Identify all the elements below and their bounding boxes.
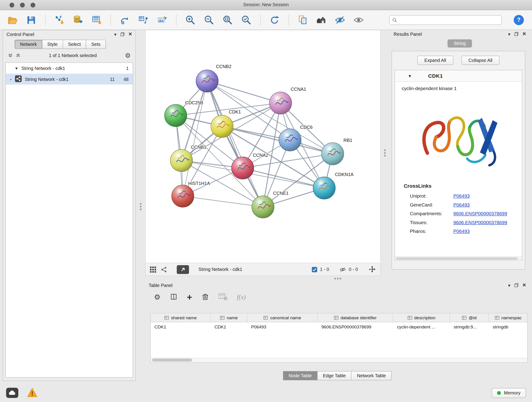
panel-menu-icon[interactable]: ▾ bbox=[508, 32, 510, 36]
collapse-all-button[interactable] bbox=[8, 53, 13, 58]
network-node-CCNE1[interactable] bbox=[252, 196, 274, 218]
memory-button[interactable]: Memory bbox=[492, 388, 526, 398]
tab-string[interactable]: String bbox=[448, 39, 472, 48]
network-node-CDC6[interactable] bbox=[279, 129, 301, 151]
network-options-gear-icon[interactable]: ⚙ bbox=[125, 51, 131, 59]
cloud-services-button[interactable] bbox=[6, 388, 18, 398]
column-header-namespace[interactable]: namespac bbox=[489, 313, 527, 322]
results-panel-header: Results Panel ▾ × bbox=[390, 30, 529, 38]
zoom-out-icon bbox=[204, 14, 215, 25]
export-image-button[interactable] bbox=[155, 12, 169, 27]
network-edge-CCNB2-CCNA1[interactable] bbox=[207, 81, 280, 103]
tissues-link[interactable]: 9606.ENSP00000378699 bbox=[453, 220, 507, 225]
panel-menu-icon[interactable]: ▾ bbox=[508, 283, 510, 287]
network-edge-CCNB2-HIST1H1A[interactable] bbox=[183, 81, 207, 196]
network-node-CCNB1[interactable] bbox=[170, 149, 192, 172]
network-node-CDKN1A[interactable] bbox=[313, 177, 335, 199]
expand-all-button[interactable] bbox=[16, 53, 21, 58]
results-scrollbar[interactable] bbox=[395, 256, 522, 260]
zoom-in-button[interactable] bbox=[183, 12, 197, 27]
network-node-HIST1H1A[interactable] bbox=[172, 185, 194, 207]
scrollbar-thumb[interactable] bbox=[152, 358, 192, 361]
expand-all-button[interactable]: Expand All bbox=[417, 56, 453, 65]
save-session-button[interactable] bbox=[24, 12, 38, 27]
panel-close-icon[interactable]: × bbox=[523, 31, 526, 36]
table-horizontal-scrollbar[interactable] bbox=[151, 358, 527, 362]
floppy-disk-icon bbox=[26, 14, 37, 25]
warnings-button[interactable] bbox=[27, 388, 37, 398]
import-table-button[interactable] bbox=[89, 12, 104, 27]
collapse-all-button[interactable]: Collapse All bbox=[461, 56, 500, 65]
network-node-CDC25B[interactable] bbox=[165, 104, 187, 127]
grid-view-button[interactable] bbox=[150, 266, 157, 273]
left-splitter-handle[interactable] bbox=[140, 203, 141, 205]
open-in-browser-button[interactable] bbox=[177, 265, 189, 274]
disclosure-triangle-icon[interactable]: ▼ bbox=[15, 66, 18, 70]
tab-network-table[interactable]: Network Table bbox=[351, 371, 392, 380]
tab-select[interactable]: Select bbox=[63, 40, 86, 49]
help-button[interactable]: ? bbox=[514, 15, 524, 25]
hidden-eye-slash-icon[interactable] bbox=[339, 266, 346, 273]
delete-column-button[interactable] bbox=[202, 293, 209, 301]
tab-edge-table[interactable]: Edge Table bbox=[317, 371, 352, 380]
uniprot-link[interactable]: P06493 bbox=[453, 193, 469, 199]
panel-float-icon[interactable] bbox=[514, 283, 519, 287]
horizontal-splitter-handle[interactable] bbox=[334, 278, 336, 279]
column-header-name[interactable]: name bbox=[211, 313, 247, 322]
selected-checkbox-icon[interactable] bbox=[312, 267, 317, 272]
column-header-database-identifier[interactable]: database identifier bbox=[317, 313, 393, 322]
compartments-link[interactable]: 9606.ENSP00000378699 bbox=[453, 211, 507, 216]
panel-close-icon[interactable]: × bbox=[523, 282, 526, 288]
column-header-shared-name[interactable]: shared name bbox=[151, 313, 211, 322]
zoom-selected-button[interactable] bbox=[239, 12, 253, 27]
function-builder-button[interactable]: f(x) bbox=[237, 293, 246, 301]
right-splitter-handle[interactable] bbox=[384, 149, 386, 151]
panel-float-icon[interactable] bbox=[514, 32, 519, 36]
navigator-button[interactable] bbox=[314, 12, 328, 27]
genecard-link[interactable]: P06493 bbox=[453, 202, 469, 207]
panel-float-icon[interactable] bbox=[120, 32, 125, 36]
tab-network[interactable]: Network bbox=[15, 40, 42, 49]
show-columns-button[interactable] bbox=[170, 293, 177, 301]
new-network-from-selection-button[interactable] bbox=[136, 12, 151, 27]
gene-card-header[interactable]: ▼ CDK1 bbox=[395, 70, 522, 82]
hide-graphics-details-button[interactable] bbox=[333, 12, 347, 27]
panel-menu-icon[interactable]: ▾ bbox=[114, 32, 116, 36]
scrollbar-thumb[interactable] bbox=[396, 257, 518, 260]
network-node-CDK1[interactable] bbox=[211, 115, 233, 138]
pharos-link[interactable]: P06493 bbox=[453, 229, 469, 234]
column-header-id[interactable]: @id bbox=[450, 313, 489, 322]
network-node-CCNA2[interactable] bbox=[231, 157, 254, 179]
network-node-CCNA1[interactable] bbox=[269, 92, 292, 114]
show-graphics-details-button[interactable] bbox=[351, 12, 366, 27]
network-collection-row[interactable]: ▼ String Network - cdk1 1 bbox=[6, 63, 133, 74]
import-network-database-button[interactable] bbox=[71, 12, 85, 27]
network-node-RB1[interactable] bbox=[322, 143, 344, 165]
search-input[interactable] bbox=[399, 17, 499, 22]
zoom-fit-button[interactable] bbox=[221, 12, 235, 27]
create-column-button[interactable]: + bbox=[187, 293, 192, 302]
apply-layout-button[interactable] bbox=[267, 12, 282, 27]
tab-node-table[interactable]: Node Table bbox=[283, 371, 317, 380]
network-node-CCNB2[interactable] bbox=[196, 70, 218, 92]
table-row[interactable]: CDK1 CDK1 P06493 9606.ENSP00000378699 cy… bbox=[151, 322, 527, 332]
network-edge-HIST1H1A-CCNE1[interactable] bbox=[183, 196, 263, 207]
network-edge-CCNB2-CCNE1[interactable] bbox=[207, 81, 263, 207]
network-style-button[interactable] bbox=[160, 266, 167, 273]
column-header-canonical-name[interactable]: canonical name bbox=[247, 313, 318, 322]
pan-mode-button[interactable] bbox=[368, 265, 376, 274]
network-canvas[interactable]: CCNB2CCNA1CDC25BCDK1CDC6RB1CCNB1CCNA2CDK… bbox=[146, 30, 380, 263]
open-session-button[interactable] bbox=[6, 12, 20, 27]
tab-sets[interactable]: Sets bbox=[86, 40, 106, 49]
disclosure-triangle-icon[interactable]: ▼ bbox=[408, 74, 412, 78]
panel-close-icon[interactable]: × bbox=[128, 31, 132, 37]
table-options-gear-icon[interactable]: ⚙ bbox=[154, 293, 160, 301]
tab-style[interactable]: Style bbox=[42, 40, 63, 49]
network-row[interactable]: ● String Network - cdk1 11 48 bbox=[6, 74, 133, 84]
column-header-description[interactable]: description bbox=[393, 313, 450, 322]
import-network-file-button[interactable] bbox=[52, 12, 66, 27]
search-box[interactable] bbox=[389, 15, 502, 25]
first-neighbors-button[interactable] bbox=[118, 12, 132, 27]
zoom-out-button[interactable] bbox=[202, 12, 216, 27]
annotation-button[interactable] bbox=[296, 12, 310, 27]
